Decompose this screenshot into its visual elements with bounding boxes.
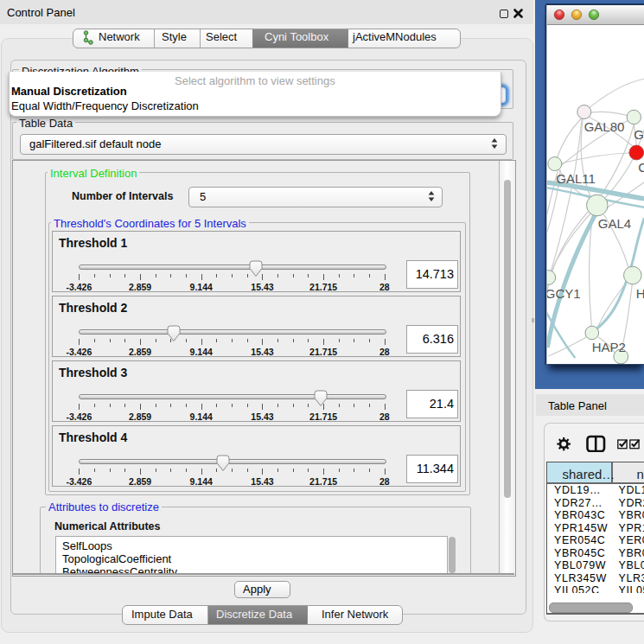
svg-text:HAP2: HAP2 xyxy=(591,340,625,354)
svg-text:GAL80: GAL80 xyxy=(583,119,624,134)
svg-text:GCY1: GCY1 xyxy=(547,286,581,301)
svg-text:HIS: HIS xyxy=(635,286,643,301)
svg-text:GAL: GAL xyxy=(634,127,644,142)
svg-text:GAL4: GAL4 xyxy=(597,216,630,231)
svg-text:GAL11: GAL11 xyxy=(556,171,596,186)
svg-text:CDC: CDC xyxy=(638,161,644,175)
